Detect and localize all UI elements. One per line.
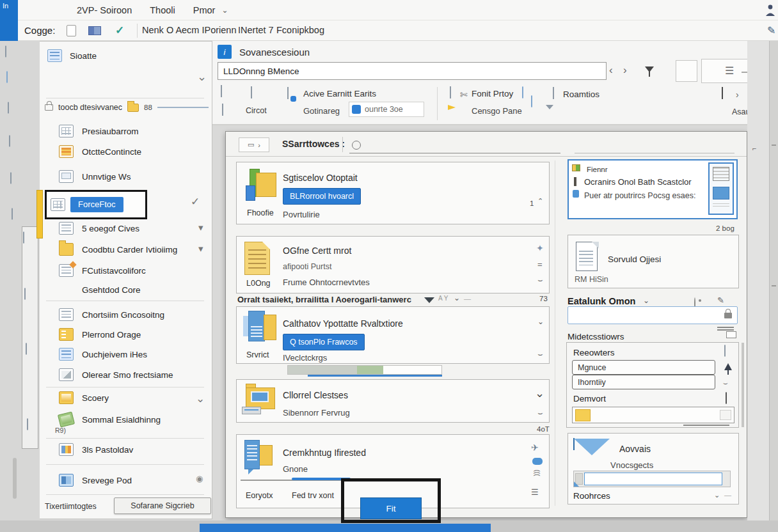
chevron-down-icon[interactable]: ⌄ [537, 317, 544, 326]
sidebar-item[interactable]: Sommal Esialdhinng [59, 411, 161, 428]
rail-doc-icon-3[interactable] [10, 172, 12, 184]
doc-small-icon[interactable] [724, 345, 726, 357]
toolbar-tab-2[interactable]: INertet 7 [238, 25, 274, 35]
rail-grid-icon-2[interactable] [9, 135, 10, 147]
rail-page-icon[interactable] [12, 208, 13, 220]
template-card-4[interactable]: Cllorrel Clestses Sibennorr Fervrug ⌄ ⌣ [236, 379, 550, 423]
envelope-small-icon[interactable] [726, 331, 736, 338]
sidebar-item-selected[interactable]: ForceFtoc [45, 190, 147, 219]
ribbon-group3-title[interactable]: Fonit Prtoy [472, 89, 513, 98]
ribbon-group3-sub[interactable]: Censgo Pane [472, 106, 522, 116]
grid-small-icon[interactable] [726, 392, 727, 404]
assign-grid-icon[interactable] [722, 87, 723, 99]
hamburger-menu-icon[interactable]: ☰ [725, 65, 734, 77]
sidebar-item[interactable]: Presiaubarrom [59, 123, 139, 139]
sidebar-drive-row[interactable]: toocb dtesivvanec 88 [45, 103, 209, 112]
roam-doc-icon[interactable] [553, 87, 554, 99]
ribbon-group4-label[interactable]: Roamtios [563, 90, 599, 99]
ribbon-search-field[interactable]: ounrte 3oe [349, 102, 424, 117]
card3-action-button[interactable]: Q tsonPlo Frawcos [283, 334, 365, 350]
sidebar-item[interactable]: Unnvtige Ws [59, 168, 131, 185]
sidebar-item[interactable]: Srevege Pod [59, 472, 132, 489]
sidebar-item[interactable]: 5 eoegof Cives [59, 220, 139, 237]
secure-input[interactable] [568, 306, 738, 324]
ribbon-group2-title[interactable]: Acive Earnitt Earits [303, 89, 376, 98]
rail-panel-icon-1[interactable] [23, 231, 24, 244]
sidebar-item[interactable]: 3ls Pastoldav [59, 441, 133, 458]
sidebar-item[interactable]: FCutistavcoliforc [59, 262, 146, 279]
chevron-down-icon[interactable]: ⌄ [714, 491, 720, 499]
pane-doc-icon-2[interactable] [531, 95, 532, 107]
rail-panel-icon-2[interactable] [24, 288, 26, 300]
chevron-down-icon[interactable]: ⌄ [535, 386, 544, 400]
ribbon-group2-sub[interactable]: Gotinareg [303, 106, 340, 116]
note-row[interactable]: Orralt tsaiiekt, brrailitta I Aoerogarli… [226, 293, 551, 306]
color-field[interactable] [572, 407, 734, 423]
toolbar-label[interactable]: Cogge: [24, 25, 55, 36]
sidebar-item[interactable]: Chortsiim Gncosoitng [59, 306, 164, 323]
pane-doc-icon-1[interactable] [522, 86, 523, 98]
sidebar-item[interactable]: OtctteContincte [59, 143, 141, 160]
rail-doc-icon-2[interactable] [6, 71, 8, 83]
rail-grid-icon-1[interactable] [8, 102, 9, 114]
toolbar-tab-1[interactable]: Nenk O Aecm IPorienn [142, 25, 237, 35]
rail-scroll-mark[interactable] [13, 458, 17, 499]
template-card-1[interactable]: Fhoofie Sgtiscelov Otoptait BLRorrool hv… [236, 162, 550, 224]
rail-panel-icon-3[interactable] [26, 343, 27, 355]
panel-scrollbar[interactable] [742, 343, 744, 427]
ribbon-group1-label[interactable]: Circot [246, 106, 267, 115]
chevron-down-icon[interactable]: ⌄ [221, 6, 228, 15]
template-card-3[interactable]: Srvrict Calthatov Ypottatte Rvaltxtiore … [236, 306, 550, 364]
arrow-left-icon[interactable]: ‹ [609, 64, 613, 77]
app-logo-block[interactable]: In [0, 0, 18, 42]
address-input[interactable] [218, 62, 607, 80]
smile-icon[interactable]: ⌣ [537, 275, 543, 285]
doc-card[interactable]: Sorvuld Ojjesi RM HiSin [568, 235, 739, 288]
chevron-down-icon[interactable]: ⌄ [196, 392, 205, 405]
clipboard-icon[interactable] [67, 25, 76, 36]
sidebar-item[interactable]: Ouchjeivem iHes [59, 346, 147, 363]
mail-card[interactable]: Aovvais Vnocsgects Roohrces ⌄ — [568, 433, 739, 505]
dialog-view-toggle[interactable]: ▭ › [239, 137, 269, 152]
search-input[interactable] [366, 139, 548, 150]
user-icon[interactable] [765, 4, 775, 17]
check-icon[interactable]: ✓ [115, 24, 124, 37]
chevron-up-icon[interactable]: ⌃ [537, 197, 543, 205]
window-scrollbar[interactable] [769, 41, 778, 532]
identity-input[interactable] [572, 375, 715, 389]
address-option-box[interactable] [676, 60, 697, 82]
smile-icon[interactable]: ⌣ [537, 349, 543, 359]
smile-icon[interactable]: ⌣ [537, 408, 543, 418]
star-icon[interactable]: ✦ [536, 243, 544, 253]
chevron-down-icon[interactable]: ▾ [198, 222, 203, 233]
brush-icon[interactable]: ✎ [767, 24, 775, 36]
equals-icon[interactable]: = [537, 260, 543, 269]
scissors-icon[interactable]: ✄ [460, 90, 468, 100]
sidebar-header[interactable]: Sioatte [47, 49, 97, 62]
sidebar-item[interactable]: Coodbtu Carder Ivtioiimg [59, 241, 177, 258]
card1-action-button[interactable]: BLRorrool hvoarcl [283, 188, 361, 205]
software-sources-button[interactable]: Sofarane Sigcrieb [114, 497, 211, 514]
paper-plane-icon[interactable]: ✈ [531, 442, 539, 453]
dialog-search[interactable] [349, 137, 560, 153]
report-icon[interactable] [221, 85, 222, 97]
preview-thumbnail[interactable] [708, 162, 734, 215]
sidebar-item[interactable]: Scoery [59, 389, 109, 406]
archive-icon[interactable] [88, 26, 101, 35]
sidebar-item[interactable]: Plerrond Orage [59, 326, 141, 343]
chevron-down-icon[interactable]: ⌄ [197, 70, 207, 84]
chevron-down-icon[interactable]: ⌄ [643, 296, 649, 305]
sidebar-item[interactable]: Olerear Smo frectsiame [59, 366, 173, 383]
chevron-down-icon[interactable]: ⌄ [454, 293, 460, 302]
template-card-2[interactable]: L0Ong OGfne Certt mrot afipooti Purtst F… [236, 236, 550, 293]
circot-icon[interactable] [251, 86, 252, 98]
name-input[interactable] [572, 360, 715, 375]
person-doc-icon[interactable] [287, 87, 289, 99]
menu-item-tools[interactable]: Thooli [150, 5, 175, 15]
table-icon[interactable] [222, 104, 223, 116]
menu-item-more[interactable]: Pmor [193, 5, 216, 15]
menu-item-file[interactable]: 2VP- Soiroon [77, 5, 132, 15]
pencil-icon[interactable]: ✎ [717, 295, 724, 305]
fit-button[interactable]: Fit [360, 497, 422, 519]
rail-panel-icon-4[interactable] [27, 418, 28, 430]
